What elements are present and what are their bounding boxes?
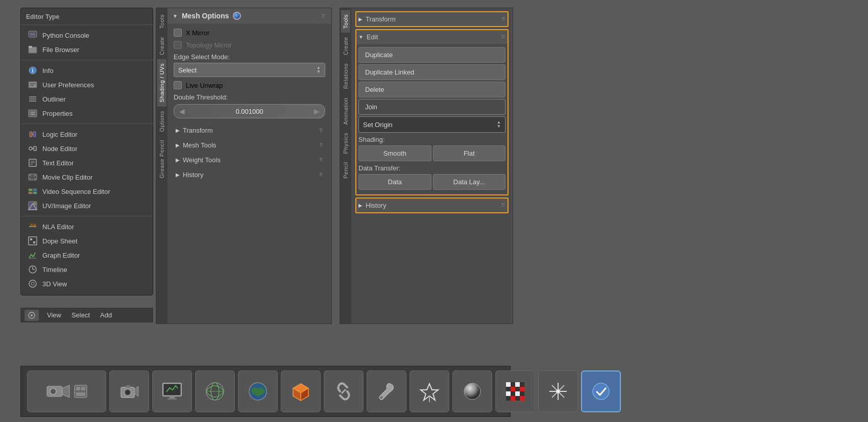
sidebar-item-movie-clip[interactable]: Movie Clip Editor bbox=[21, 170, 153, 184]
svg-point-29 bbox=[35, 179, 36, 180]
delete-button[interactable]: Delete bbox=[358, 82, 505, 97]
wrench-button[interactable] bbox=[367, 370, 406, 412]
scene-render-button[interactable] bbox=[27, 370, 106, 412]
object-icon bbox=[290, 381, 311, 402]
sidebar-item-3d-view[interactable]: 3D View bbox=[21, 277, 153, 291]
svg-rect-12 bbox=[29, 110, 37, 117]
mesh-options-title-text: Mesh Options bbox=[182, 12, 229, 20]
file-browser-icon bbox=[27, 45, 38, 54]
flat-button[interactable]: Flat bbox=[433, 145, 506, 161]
transform-arrow-icon: ▶ bbox=[176, 128, 180, 133]
edge-select-dropdown[interactable]: Select ▲ ▼ bbox=[174, 63, 325, 77]
vtab-shading-uvs[interactable]: Shading / UVs bbox=[157, 59, 166, 107]
svg-point-51 bbox=[50, 388, 56, 394]
world-button[interactable] bbox=[195, 370, 235, 412]
vtab-animation[interactable]: Animation bbox=[341, 93, 350, 129]
particles-button[interactable] bbox=[409, 370, 449, 412]
uv-image-icon bbox=[27, 201, 38, 210]
transform-section-right-header[interactable]: ▶ Transform ⠿ bbox=[356, 12, 508, 26]
dope-sheet-icon bbox=[27, 236, 38, 245]
menu-section-editors: Logic Editor Node Editor Text Editor Mov… bbox=[21, 126, 153, 214]
texture-button[interactable] bbox=[495, 370, 535, 412]
transform-section-highlighted: ▶ Transform ⠿ bbox=[355, 11, 509, 27]
topology-mirror-checkbox[interactable] bbox=[174, 41, 182, 49]
edge-select-arrows: ▲ ▼ bbox=[317, 66, 321, 74]
link-button[interactable] bbox=[324, 370, 364, 412]
render-camera-icon bbox=[46, 381, 71, 402]
svg-text:i: i bbox=[32, 68, 34, 73]
svg-rect-32 bbox=[29, 192, 32, 194]
weight-tools-section-header[interactable]: ▶ Weight Tools ⠿ bbox=[174, 153, 325, 167]
object-button[interactable] bbox=[281, 370, 321, 412]
sidebar-item-timeline[interactable]: Timeline bbox=[21, 262, 153, 277]
transform-section-right-left: ▶ Transform bbox=[358, 15, 396, 23]
sidebar-item-nla-editor[interactable]: NLA Editor bbox=[21, 219, 153, 234]
tools-panel-content: ▶ Transform ⠿ ▼ Edit ⠿ Duplicate Duplica… bbox=[351, 8, 513, 216]
view-button[interactable]: View bbox=[45, 310, 63, 320]
smooth-button[interactable]: Smooth bbox=[358, 145, 431, 161]
sidebar-item-graph-editor[interactable]: Graph Editor bbox=[21, 248, 153, 262]
select-button[interactable]: Select bbox=[69, 310, 92, 320]
sidebar-item-node-editor[interactable]: Node Editor bbox=[21, 141, 153, 156]
earth-button[interactable] bbox=[238, 370, 278, 412]
sparkle-button[interactable] bbox=[538, 370, 578, 412]
svg-rect-80 bbox=[511, 382, 515, 387]
live-unwrap-checkbox[interactable] bbox=[174, 81, 182, 89]
history-section-header-middle[interactable]: ▶ History ⠿ bbox=[174, 168, 325, 182]
vtab-grease-pencil[interactable]: Grease Pencil bbox=[157, 136, 166, 183]
svg-rect-81 bbox=[515, 382, 520, 387]
logic-editor-label: Logic Editor bbox=[42, 131, 78, 138]
data-button[interactable]: Data bbox=[358, 174, 431, 190]
sidebar-item-user-prefs[interactable]: User Preferences bbox=[21, 78, 153, 92]
double-threshold-field[interactable]: ◀ 0.001000 ▶ bbox=[174, 104, 325, 118]
shading-label: Shading: bbox=[358, 136, 505, 143]
camera-button[interactable] bbox=[109, 370, 149, 412]
vtab-pencil[interactable]: Pencil bbox=[341, 158, 350, 183]
transform-section-header[interactable]: ▶ Transform ⠿ bbox=[174, 123, 325, 137]
data-lay-button[interactable]: Data Lay... bbox=[433, 174, 506, 190]
vtab-physics[interactable]: Physics bbox=[341, 129, 350, 158]
properties-icon bbox=[27, 109, 38, 118]
duplicate-linked-button[interactable]: Duplicate Linked bbox=[358, 64, 505, 80]
sidebar-item-file-browser[interactable]: File Browser bbox=[21, 42, 153, 57]
active-tool-button[interactable] bbox=[581, 370, 621, 412]
svg-rect-59 bbox=[126, 385, 130, 388]
join-button[interactable]: Join bbox=[358, 99, 505, 115]
sidebar-item-info[interactable]: i Info bbox=[21, 63, 153, 78]
sidebar-item-uv-image[interactable]: UV/Image Editor bbox=[21, 198, 153, 213]
svg-rect-64 bbox=[167, 398, 177, 400]
x-mirror-checkbox[interactable] bbox=[174, 29, 182, 37]
sidebar-item-text-editor[interactable]: Text Editor bbox=[21, 156, 153, 170]
vtab-create-right[interactable]: Create bbox=[341, 33, 350, 59]
menu-section-system: i Info User Preferences Outliner Propert… bbox=[21, 62, 153, 121]
vtab-relations[interactable]: Relations bbox=[341, 59, 350, 93]
history-section-right-header[interactable]: ▶ History ⠿ bbox=[356, 198, 508, 212]
vtab-tools[interactable]: Tools bbox=[157, 10, 166, 33]
svg-rect-30 bbox=[29, 189, 32, 191]
duplicate-button[interactable]: Duplicate bbox=[358, 47, 505, 63]
display-button[interactable] bbox=[152, 370, 192, 412]
topology-mirror-row: Topology Mirror bbox=[174, 41, 325, 49]
edit-section-header[interactable]: ▼ Edit ⠿ bbox=[356, 30, 508, 44]
sidebar-item-properties[interactable]: Properties bbox=[21, 106, 153, 120]
sidebar-item-python-console[interactable]: >> Python Console bbox=[21, 28, 153, 42]
vtab-create[interactable]: Create bbox=[157, 33, 166, 59]
add-button[interactable]: Add bbox=[98, 310, 114, 320]
svg-marker-50 bbox=[62, 385, 69, 398]
vtab-tools-right[interactable]: Tools bbox=[341, 10, 350, 33]
sidebar-item-logic-editor[interactable]: Logic Editor bbox=[21, 127, 153, 141]
mesh-tools-section-header[interactable]: ▶ Mesh Tools ⠿ bbox=[174, 138, 325, 152]
sidebar-item-dope-sheet[interactable]: Dope Sheet bbox=[21, 234, 153, 248]
svg-rect-86 bbox=[520, 387, 524, 391]
svg-point-28 bbox=[30, 179, 31, 180]
sidebar-item-outliner[interactable]: Outliner bbox=[21, 92, 153, 106]
sidebar-item-video-seq[interactable]: Video Sequence Editor bbox=[21, 184, 153, 198]
set-origin-dropdown[interactable]: Set Origin ▲ ▼ bbox=[358, 116, 505, 133]
shading-section: Shading: Smooth Flat bbox=[358, 136, 505, 161]
material-icon bbox=[462, 381, 483, 402]
material-button[interactable] bbox=[452, 370, 492, 412]
edit-dots: ⠿ bbox=[501, 34, 505, 40]
svg-rect-82 bbox=[520, 382, 524, 387]
edit-section-content: Duplicate Duplicate Linked Delete Join S… bbox=[356, 44, 508, 194]
vtab-options[interactable]: Options bbox=[157, 107, 166, 136]
